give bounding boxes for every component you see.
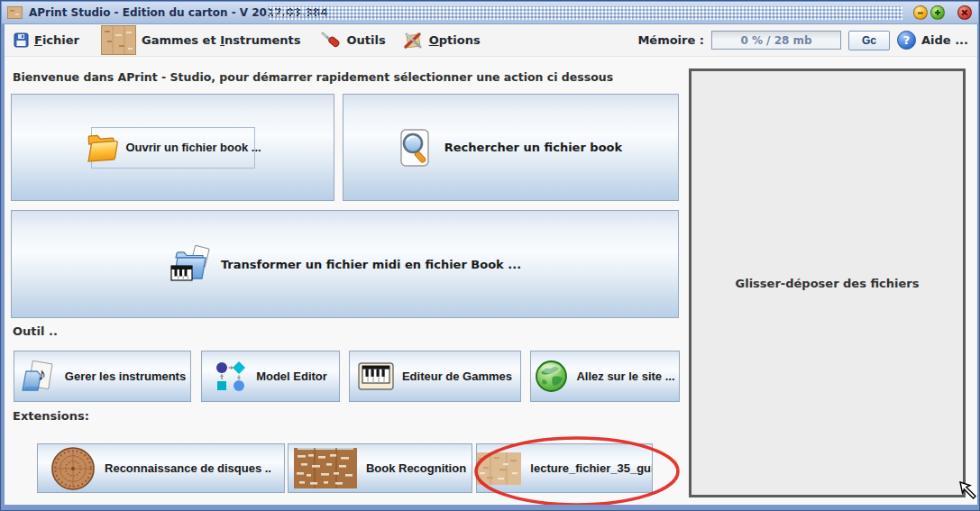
cardboard-book-icon (101, 25, 136, 55)
crossed-tools-icon (402, 31, 424, 50)
transform-midi-panel[interactable]: Transformer un fichier midi en fichier B… (11, 210, 679, 318)
memory-progressbar: 0 % / 28 mb (711, 31, 841, 50)
search-book-label: Rechercher un fichier book (444, 141, 622, 154)
search-book-panel[interactable]: Rechercher un fichier book (343, 94, 679, 201)
open-book-label: Ouvrir un fichier book ... (125, 141, 261, 154)
menu-outils-label: Outils (346, 33, 385, 47)
app-cardboard-icon (7, 6, 23, 19)
file-dropzone[interactable]: Glisser-déposer des fichiers (689, 68, 966, 497)
menu-gammes-instruments[interactable]: Gammes et Instruments (101, 25, 300, 55)
minimize-button[interactable] (913, 5, 928, 20)
close-button[interactable] (957, 5, 972, 20)
menu-gammes-label: Gammes et Instruments (142, 33, 300, 47)
titlebar-texture (269, 6, 902, 20)
disc-recognition-label: Reconnaissance de disques .. (105, 461, 271, 475)
globe-icon (535, 360, 568, 393)
piano-keyboard-icon (358, 362, 394, 390)
open-book-panel[interactable]: Ouvrir un fichier book ... (11, 94, 334, 201)
scale-editor-button[interactable]: Editeur de Gammes (349, 351, 521, 402)
main-toolbar: Fichier Gammes et Instruments (5, 24, 977, 57)
help-label: Aide ... (921, 33, 968, 47)
model-editor-label: Model Editor (256, 370, 327, 383)
content-area: Bienvenue dans APrint - Studio, pour dém… (5, 57, 977, 505)
menu-fichier-label: Fichier (34, 33, 79, 47)
book-recognition-label: Book Recognition (366, 461, 466, 475)
memory-value: 0 % / 28 mb (740, 34, 811, 47)
tools-section-title: Outil .. (13, 324, 58, 338)
dropzone-label: Glisser-déposer des fichiers (736, 277, 920, 290)
help-button[interactable]: ? Aide ... (897, 31, 968, 50)
manage-instruments-button[interactable]: ♪ Gerer les instruments (14, 351, 191, 402)
lecture-fichier-button[interactable]: lecture_fichier_35_gui (476, 443, 653, 493)
extensions-section-title: Extensions: (13, 409, 89, 423)
disc-recognition-button[interactable]: Reconnaissance de disques .. (37, 443, 285, 493)
midi-folder-icon (169, 245, 212, 283)
book-recognition-button[interactable]: Book Recognition (288, 443, 472, 493)
maximize-button[interactable] (930, 5, 945, 20)
screwdriver-icon (320, 31, 341, 50)
instruments-folder-icon: ♪ (19, 360, 57, 394)
punched-cardboard-icon (294, 448, 357, 488)
model-editor-button[interactable]: Model Editor (201, 351, 340, 402)
goto-website-label: Allez sur le site ... (576, 370, 674, 383)
search-icon (399, 128, 432, 168)
gc-button[interactable]: Gc (848, 31, 890, 50)
light-cardboard-icon (476, 452, 521, 485)
scale-editor-label: Editeur de Gammes (402, 370, 512, 383)
menu-outils[interactable]: Outils (320, 31, 385, 50)
lecture-fichier-label: lecture_fichier_35_gui (530, 461, 653, 475)
menu-options-label: Options (429, 33, 481, 47)
open-book-button[interactable]: Ouvrir un fichier book ... (91, 127, 255, 169)
punched-disc-icon (50, 446, 96, 491)
toolbar-right-group: Mémoire : 0 % / 28 mb Gc ? Aide ... (637, 31, 968, 50)
window-controls (911, 5, 972, 20)
transform-midi-label: Transformer un fichier midi en fichier B… (221, 258, 521, 271)
title-bar: APrint Studio - Edition du carton - V 20… (2, 2, 978, 24)
manage-instruments-label: Gerer les instruments (65, 370, 186, 383)
floppy-disk-icon (14, 32, 29, 48)
menu-fichier[interactable]: Fichier (14, 32, 79, 48)
model-diagram-icon (214, 360, 248, 394)
goto-website-button[interactable]: Allez sur le site ... (530, 351, 680, 402)
menu-options[interactable]: Options (402, 31, 481, 50)
folder-open-icon (84, 132, 120, 163)
welcome-text: Bienvenue dans APrint - Studio, pour dém… (13, 70, 613, 84)
app-window: APrint Studio - Edition du carton - V 20… (0, 0, 980, 511)
question-mark-icon: ? (897, 31, 916, 50)
memory-label: Mémoire : (637, 33, 704, 47)
